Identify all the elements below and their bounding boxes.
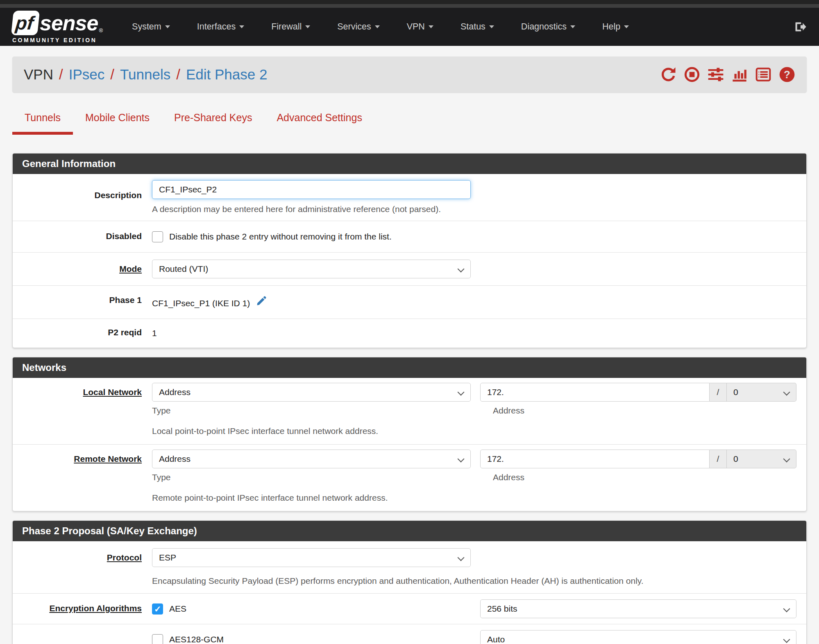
- form-row-description: Description A description may be entered…: [13, 174, 806, 221]
- bar-chart-icon[interactable]: [731, 66, 748, 83]
- mode-selected-value: Routed (VTI): [159, 264, 208, 274]
- aes128gcm-checkbox[interactable]: [152, 634, 163, 644]
- aes128gcm-label: AES128-GCM: [169, 634, 224, 644]
- remote-network-address-group: / 0: [480, 450, 796, 468]
- local-network-help: Local point-to-point IPsec interface tun…: [152, 426, 796, 436]
- registered-mark: ®: [99, 27, 103, 34]
- slash-addon: /: [710, 383, 727, 402]
- tab-tunnels[interactable]: Tunnels: [12, 112, 73, 135]
- local-network-label: Local Network: [13, 383, 152, 436]
- chevron-down-icon: [375, 25, 380, 28]
- stop-icon[interactable]: [684, 66, 700, 83]
- pf-logo-text: pf: [14, 12, 36, 34]
- panel-title: General Information: [13, 154, 806, 174]
- protocol-help: Encapsulating Security Payload (ESP) per…: [152, 576, 796, 586]
- nav-item-services[interactable]: Services: [324, 22, 393, 32]
- tab-mobile-clients[interactable]: Mobile Clients: [73, 112, 162, 135]
- breadcrumb-link-ipsec[interactable]: IPsec: [69, 66, 105, 83]
- chevron-down-icon: [570, 25, 575, 28]
- panel-phase2-proposal: Phase 2 Proposal (SA/Key Exchange) Proto…: [12, 520, 807, 644]
- nav-menu: System Interfaces Firewall Services VPN …: [118, 22, 642, 32]
- type-caption: Type: [152, 472, 471, 482]
- nav-item-firewall[interactable]: Firewall: [258, 22, 324, 32]
- panel-general-information: General Information Description A descri…: [12, 153, 807, 348]
- disabled-checkbox-label: Disable this phase 2 entry without remov…: [169, 231, 392, 242]
- chevron-down-icon: [239, 25, 244, 28]
- chevron-down-icon: [624, 25, 629, 28]
- address-caption: Address: [493, 406, 524, 416]
- form-row-encryption-aes: Encryption Algorithms AES 256 bits: [13, 593, 806, 624]
- form-row-protocol: Protocol ESP Encapsulating Security Payl…: [13, 541, 806, 593]
- protocol-select[interactable]: ESP: [152, 548, 471, 567]
- remote-network-address-input[interactable]: [480, 450, 710, 468]
- description-label: Description: [13, 180, 152, 214]
- nav-item-interfaces[interactable]: Interfaces: [184, 22, 258, 32]
- nav-item-help[interactable]: Help: [589, 22, 642, 32]
- chevron-down-icon: [489, 25, 494, 28]
- form-row-mode: Mode Routed (VTI): [13, 252, 806, 285]
- local-network-prefix-value: 0: [733, 387, 738, 397]
- protocol-selected-value: ESP: [159, 553, 176, 563]
- panel-networks: Networks Local Network Address / 0 Type …: [12, 357, 807, 511]
- breadcrumb-current: VPN: [24, 66, 53, 83]
- pfsense-logo[interactable]: pf sense ® COMMUNITY EDITION: [12, 11, 103, 43]
- remote-network-prefix-value: 0: [733, 454, 738, 464]
- encryption-algorithms-label: Encryption Algorithms: [13, 599, 152, 618]
- remote-network-type-select[interactable]: Address: [152, 450, 471, 468]
- mode-select[interactable]: Routed (VTI): [152, 260, 471, 278]
- disabled-checkbox[interactable]: [152, 231, 163, 242]
- phase1-value: CF1_IPsec_P1 (IKE ID 1): [152, 298, 250, 308]
- local-network-type-select[interactable]: Address: [152, 383, 471, 402]
- breadcrumb-separator: /: [110, 66, 114, 83]
- help-icon[interactable]: ?: [779, 66, 795, 83]
- address-caption: Address: [493, 472, 524, 482]
- refresh-icon[interactable]: [660, 66, 676, 83]
- form-row-phase1: Phase 1 CF1_IPsec_P1 (IKE ID 1): [13, 285, 806, 319]
- form-row-p2reqid: P2 reqid 1: [13, 319, 806, 348]
- mode-label: Mode: [13, 260, 152, 278]
- aes-keylen-value: 256 bits: [487, 604, 517, 614]
- remote-network-prefix-select[interactable]: 0: [727, 450, 796, 468]
- slash-addon: /: [710, 450, 727, 468]
- phase1-label: Phase 1: [13, 295, 152, 309]
- breadcrumb-link-tunnels[interactable]: Tunnels: [120, 66, 170, 83]
- community-edition-label: COMMUNITY EDITION: [12, 37, 103, 43]
- remote-network-label: Remote Network: [13, 450, 152, 503]
- aes-checkbox[interactable]: [152, 603, 163, 615]
- remote-network-type-value: Address: [159, 454, 191, 464]
- local-network-address-input[interactable]: [480, 383, 710, 402]
- breadcrumb-bar: VPN / IPsec / Tunnels / Edit Phase 2 ?: [12, 56, 807, 93]
- log-list-icon[interactable]: [755, 66, 771, 83]
- tab-advanced-settings[interactable]: Advanced Settings: [264, 112, 374, 135]
- aes128gcm-keylen-select[interactable]: Auto: [480, 630, 796, 644]
- tab-pre-shared-keys[interactable]: Pre-Shared Keys: [162, 112, 264, 135]
- sign-out-icon[interactable]: [793, 20, 807, 34]
- breadcrumb-separator: /: [59, 66, 63, 83]
- nav-item-diagnostics[interactable]: Diagnostics: [508, 22, 589, 32]
- panel-title: Networks: [13, 357, 806, 378]
- local-network-prefix-select[interactable]: 0: [727, 383, 796, 402]
- form-row-disabled: Disabled Disable this phase 2 entry with…: [13, 221, 806, 252]
- nav-item-vpn[interactable]: VPN: [393, 22, 447, 32]
- svg-text:?: ?: [784, 69, 790, 80]
- chevron-down-icon: [429, 25, 433, 28]
- edit-pencil-icon[interactable]: [256, 295, 267, 306]
- nav-item-system[interactable]: System: [118, 22, 184, 32]
- aes-keylen-select[interactable]: 256 bits: [480, 599, 796, 618]
- sliders-icon[interactable]: [708, 66, 724, 83]
- form-row-remote-network: Remote Network Address / 0 Type Address …: [13, 444, 806, 511]
- description-input[interactable]: [152, 180, 471, 199]
- remote-network-help: Remote point-to-point IPsec interface tu…: [152, 493, 796, 503]
- form-row-local-network: Local Network Address / 0 Type Address L…: [13, 378, 806, 444]
- description-help: A description may be entered here for ad…: [152, 204, 796, 214]
- breadcrumb-link-edit-phase-2[interactable]: Edit Phase 2: [186, 66, 267, 83]
- aes-label: AES: [169, 603, 186, 615]
- page-toolbar: ?: [660, 66, 795, 83]
- nav-item-status[interactable]: Status: [447, 22, 508, 32]
- window-strip: [0, 4, 819, 8]
- protocol-label: Protocol: [13, 548, 152, 586]
- p2reqid-label: P2 reqid: [13, 328, 152, 339]
- sense-logo-text: sense: [40, 12, 98, 34]
- local-network-type-value: Address: [159, 387, 191, 397]
- local-network-address-group: / 0: [480, 383, 796, 402]
